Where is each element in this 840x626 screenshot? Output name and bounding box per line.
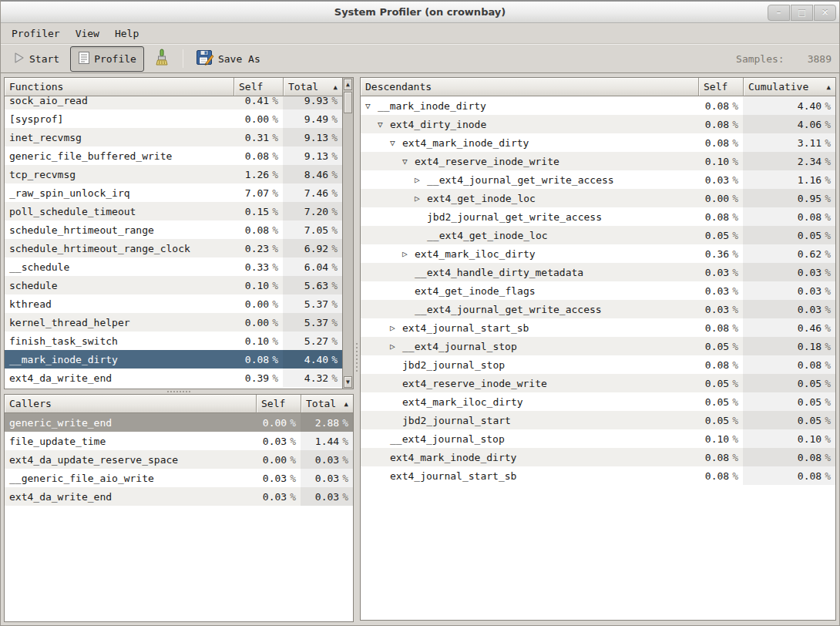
functions-column-header[interactable]: Functions (5, 78, 234, 96)
table-row[interactable]: file_update_time0.03%1.44% (5, 432, 353, 450)
expander-closed-icon[interactable]: ▷ (390, 342, 402, 352)
table-row[interactable]: [sysprof]0.00%9.49% (5, 109, 342, 128)
table-row[interactable]: schedule_hrtimeout_range_clock0.23%6.92% (5, 239, 342, 257)
total-cell: 5.63% (283, 276, 342, 294)
table-row[interactable]: tcp_recvmsg1.26%8.46% (5, 165, 342, 183)
total-column-header[interactable]: Total▲ (301, 395, 353, 413)
paintbrush-icon (153, 49, 170, 69)
tree-indent (365, 124, 378, 125)
table-row[interactable]: schedule0.10%5.63% (5, 276, 342, 294)
expander-closed-icon[interactable]: ▷ (415, 194, 427, 204)
table-row[interactable]: ext4_da_update_reserve_space0.00%0.03% (5, 450, 353, 469)
total-column-header[interactable]: Total▲ (283, 78, 342, 96)
tree-row[interactable]: jbd2_journal_start0.05%0.05% (361, 411, 835, 429)
titlebar[interactable]: System Profiler (on crownbay) – □ ✕ (1, 0, 839, 23)
function-name-label: __ext4_get_inode_loc (427, 230, 548, 241)
tree-row[interactable]: __ext4_handle_dirty_metadata0.03%0.03% (361, 263, 835, 281)
self-cell: 0.10% (234, 276, 283, 294)
function-name-cell: ▷ext4_journal_start_sb (361, 318, 698, 337)
tree-row[interactable]: ext4_reserve_inode_write0.05%0.05% (361, 374, 835, 392)
tree-row[interactable]: ▽ext4_reserve_inode_write0.10%2.34% (361, 152, 835, 170)
cumulative-cell: 0.46% (743, 318, 835, 337)
total-cell: 0.03% (301, 469, 353, 487)
functions-scrollbar[interactable]: ▲ ▼ (342, 78, 353, 389)
table-row[interactable]: ext4_da_write_end0.03%0.03% (5, 487, 353, 506)
function-name-cell: ext4_da_write_end (5, 487, 256, 506)
tree-row[interactable]: ext4_mark_inode_dirty0.08%0.08% (361, 448, 835, 466)
self-cell: 0.08% (234, 220, 283, 239)
table-row[interactable]: sock_aio_read0.41%9.93% (5, 96, 342, 109)
table-row[interactable]: _raw_spin_unlock_irq7.07%7.46% (5, 183, 342, 202)
function-name-cell: ▷ext4_get_inode_loc (361, 189, 698, 207)
function-name-cell: ▷ext4_mark_iloc_dirty (361, 244, 698, 263)
start-button[interactable]: Start (8, 49, 64, 69)
expander-open-icon[interactable]: ▽ (365, 101, 378, 111)
expander-closed-icon[interactable]: ▷ (390, 323, 402, 333)
table-row[interactable]: ext4_da_write_end0.39%4.32% (5, 369, 342, 387)
function-name-label: jbd2_journal_get_write_access (427, 211, 602, 223)
tree-row[interactable]: ▽__mark_inode_dirty0.08%4.40% (361, 96, 835, 115)
self-column-header[interactable]: Self (256, 395, 301, 413)
tree-row[interactable]: jbd2_journal_stop0.08%0.08% (361, 355, 835, 374)
self-column-header[interactable]: Self (698, 78, 743, 96)
vertical-splitter[interactable] (354, 77, 360, 622)
tree-row[interactable]: ▽ext4_mark_inode_dirty0.08%3.11% (361, 133, 835, 152)
table-row[interactable]: kernel_thread_helper0.00%5.37% (5, 313, 342, 332)
profile-toggle-button[interactable]: Profile (70, 46, 144, 72)
table-row[interactable]: __mark_inode_dirty0.08%4.40% (5, 350, 342, 369)
table-row[interactable]: inet_recvmsg0.31%9.13% (5, 128, 342, 146)
table-row[interactable]: __schedule0.33%6.04% (5, 257, 342, 276)
menu-help[interactable]: Help (107, 25, 146, 42)
tree-row[interactable]: ▷ext4_get_inode_loc0.00%0.95% (361, 189, 835, 207)
menu-view[interactable]: View (68, 25, 107, 42)
tree-row[interactable]: ext4_journal_start_sb0.08%0.08% (361, 466, 835, 485)
expander-closed-icon[interactable]: ▷ (415, 175, 427, 185)
table-row[interactable]: finish_task_switch0.10%5.27% (5, 332, 342, 350)
save-as-button[interactable]: Save As (191, 45, 265, 72)
expander-open-icon[interactable]: ▽ (378, 119, 390, 130)
expander-open-icon[interactable]: ▽ (390, 138, 402, 148)
tree-row[interactable]: ▷ext4_mark_iloc_dirty0.36%0.62% (361, 244, 835, 263)
expander-open-icon[interactable]: ▽ (402, 156, 415, 167)
cumulative-cell: 0.08% (743, 207, 835, 226)
cumulative-cell: 0.08% (743, 448, 835, 466)
tree-row[interactable]: ext4_mark_iloc_dirty0.05%0.05% (361, 392, 835, 411)
reset-button[interactable] (149, 45, 175, 72)
self-cell: 0.08% (698, 466, 743, 485)
table-row[interactable]: __generic_file_aio_write0.03%0.03% (5, 469, 353, 487)
table-row[interactable]: schedule_hrtimeout_range0.08%7.05% (5, 220, 342, 239)
descendants-column-header[interactable]: Descendants (361, 78, 698, 96)
scrollbar-thumb[interactable] (344, 92, 352, 113)
tree-row[interactable]: ▷__ext4_journal_stop0.05%0.18% (361, 337, 835, 355)
tree-row[interactable]: __ext4_get_inode_loc0.05%0.05% (361, 226, 835, 244)
functions-rows-viewport: sock_aio_read0.41%9.93%[sysprof]0.00%9.4… (5, 96, 342, 389)
table-row[interactable]: generic_file_buffered_write0.08%9.13% (5, 146, 342, 165)
maximize-button[interactable]: □ (791, 5, 813, 21)
menu-profiler[interactable]: Profiler (4, 25, 68, 42)
tree-row[interactable]: ▷ext4_journal_start_sb0.08%0.46% (361, 318, 835, 337)
tree-row[interactable]: jbd2_journal_get_write_access0.08%0.08% (361, 207, 835, 226)
tree-row[interactable]: __ext4_journal_get_write_access0.03%0.03… (361, 300, 835, 318)
table-row[interactable]: kthread0.00%5.37% (5, 294, 342, 313)
scroll-down-button[interactable]: ▼ (344, 376, 352, 388)
cumulative-column-header[interactable]: Cumulative▲ (743, 78, 835, 96)
functions-header: Functions Self Total▲ (5, 78, 342, 96)
close-button[interactable]: ✕ (814, 5, 836, 21)
table-row[interactable]: poll_schedule_timeout0.15%7.20% (5, 202, 342, 220)
expander-closed-icon[interactable]: ▷ (402, 249, 415, 259)
minimize-button[interactable]: – (768, 5, 790, 21)
total-cell: 5.37% (283, 313, 342, 332)
tree-row[interactable]: __ext4_journal_stop0.10%0.10% (361, 429, 835, 448)
tree-row[interactable]: ext4_get_inode_flags0.03%0.03% (361, 281, 835, 300)
callers-column-header[interactable]: Callers (5, 395, 256, 413)
tree-indent (365, 476, 378, 476)
function-name-cell: kernel_thread_helper (5, 313, 234, 332)
function-name-cell: ext4_da_update_reserve_space (5, 450, 256, 469)
scroll-up-button[interactable]: ▲ (344, 79, 352, 90)
self-column-header[interactable]: Self (234, 78, 283, 96)
self-cell: 0.41% (234, 96, 283, 109)
self-cell: 7.07% (234, 183, 283, 202)
tree-row[interactable]: ▷__ext4_journal_get_write_access0.03%1.1… (361, 170, 835, 189)
tree-row[interactable]: ▽ext4_dirty_inode0.08%4.06% (361, 115, 835, 133)
table-row[interactable]: generic_write_end0.00%2.88% (5, 413, 353, 432)
